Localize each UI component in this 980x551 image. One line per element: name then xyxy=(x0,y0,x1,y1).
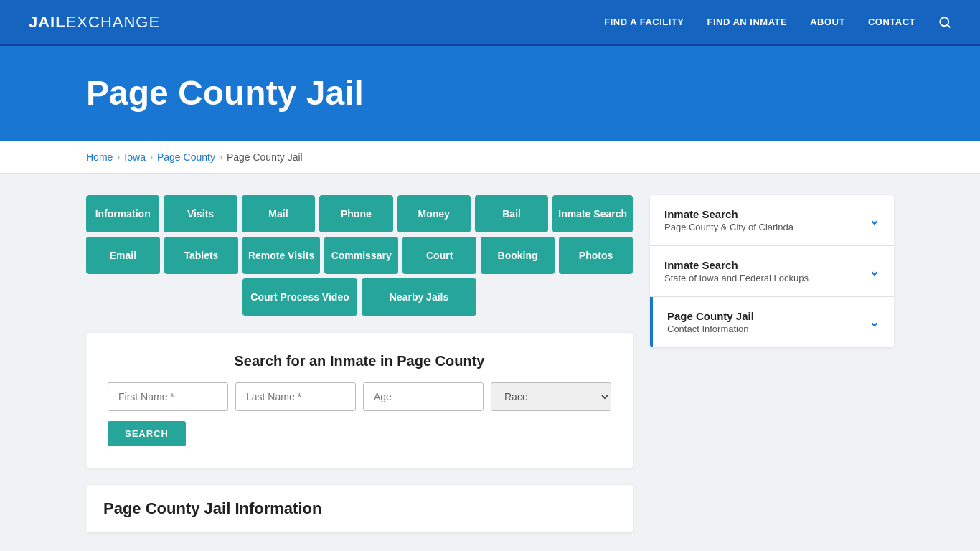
nav-find-facility[interactable]: FIND A FACILITY xyxy=(604,17,684,27)
search-icon-button[interactable] xyxy=(938,16,951,29)
tab-email[interactable]: Email xyxy=(86,237,160,274)
breadcrumb-iowa[interactable]: Iowa xyxy=(124,151,146,163)
sidebar-item-subtitle-2: State of Iowa and Federal Lockups xyxy=(664,273,809,283)
search-icon xyxy=(938,16,951,29)
last-name-input[interactable] xyxy=(235,382,356,411)
page-title: Page County Jail xyxy=(86,75,951,113)
site-logo[interactable]: JAIL EXCHANGE xyxy=(29,13,160,32)
sidebar-item-inmate-search-iowa[interactable]: Inmate Search State of Iowa and Federal … xyxy=(650,246,894,297)
nav-find-inmate[interactable]: FIND AN INMATE xyxy=(707,17,787,27)
tab-court-process-video[interactable]: Court Process Video xyxy=(242,278,357,316)
search-button[interactable]: SEARCH xyxy=(108,421,186,446)
tab-booking[interactable]: Booking xyxy=(481,237,555,274)
chevron-down-icon-1: ⌄ xyxy=(869,212,880,228)
breadcrumb-sep-1: › xyxy=(117,152,120,162)
section-info-title: Page County Jail Information xyxy=(86,485,633,532)
search-inputs: Race White Black Hispanic Asian Other xyxy=(108,382,611,411)
tab-commissary[interactable]: Commissary xyxy=(324,237,398,274)
sidebar-item-title-2: Inmate Search xyxy=(664,259,809,271)
breadcrumb-current: Page County Jail xyxy=(227,151,303,163)
breadcrumb-home[interactable]: Home xyxy=(86,151,113,163)
logo-exchange-text: EXCHANGE xyxy=(66,13,160,32)
left-column: Information Visits Mail Phone Money Bail… xyxy=(86,195,633,532)
search-title: Search for an Inmate in Page County xyxy=(108,353,611,369)
sidebar-item-contact-info[interactable]: Page County Jail Contact Information ⌄ xyxy=(650,297,894,347)
nav-contact[interactable]: CONTACT xyxy=(868,17,915,27)
chevron-down-icon-3: ⌄ xyxy=(869,314,880,330)
sidebar-item-inmate-search-page-county[interactable]: Inmate Search Page County & City of Clar… xyxy=(650,195,894,246)
tab-photos[interactable]: Photos xyxy=(559,237,633,274)
age-input[interactable] xyxy=(363,382,484,411)
sidebar-item-title-3: Page County Jail xyxy=(667,310,754,322)
tabs-row-1: Information Visits Mail Phone Money Bail… xyxy=(86,195,633,232)
sidebar-item-title-1: Inmate Search xyxy=(664,208,793,220)
tab-tablets[interactable]: Tablets xyxy=(164,237,238,274)
tabs-row-2: Email Tablets Remote Visits Commissary C… xyxy=(86,237,633,274)
navbar-nav: FIND A FACILITY FIND AN INMATE ABOUT CON… xyxy=(604,16,951,29)
inmate-search-section: Search for an Inmate in Page County Race… xyxy=(86,333,633,468)
tab-mail[interactable]: Mail xyxy=(242,195,315,232)
race-select[interactable]: Race White Black Hispanic Asian Other xyxy=(491,382,611,411)
tab-phone[interactable]: Phone xyxy=(319,195,392,232)
tab-visits[interactable]: Visits xyxy=(164,195,237,232)
breadcrumb: Home › Iowa › Page County › Page County … xyxy=(0,141,980,174)
right-sidebar: Inmate Search Page County & City of Clar… xyxy=(650,195,894,532)
section-info-heading: Page County Jail Information xyxy=(103,499,616,518)
chevron-down-icon-2: ⌄ xyxy=(869,263,880,279)
navbar: JAIL EXCHANGE FIND A FACILITY FIND AN IN… xyxy=(0,0,980,46)
breadcrumb-sep-3: › xyxy=(220,152,222,162)
svg-line-1 xyxy=(947,24,949,27)
tab-information[interactable]: Information xyxy=(86,195,159,232)
sidebar-item-subtitle-1: Page County & City of Clarinda xyxy=(664,222,793,232)
nav-about[interactable]: ABOUT xyxy=(810,17,845,27)
tabs-row-3: Court Process Video Nearby Jails xyxy=(86,278,633,316)
tab-money[interactable]: Money xyxy=(397,195,471,232)
tab-court[interactable]: Court xyxy=(402,237,476,274)
sidebar-item-text-1: Inmate Search Page County & City of Clar… xyxy=(664,208,793,232)
main-area: Information Visits Mail Phone Money Bail… xyxy=(0,174,980,551)
sidebar-item-subtitle-3: Contact Information xyxy=(667,324,754,334)
logo-jail-text: JAIL xyxy=(29,13,66,32)
breadcrumb-page-county[interactable]: Page County xyxy=(157,151,215,163)
sidebar-item-text-2: Inmate Search State of Iowa and Federal … xyxy=(664,259,809,283)
tab-nearby-jails[interactable]: Nearby Jails xyxy=(362,278,476,316)
hero-section: Page County Jail xyxy=(0,46,980,141)
sidebar-item-text-3: Page County Jail Contact Information xyxy=(667,310,754,334)
tab-inmate-search[interactable]: Inmate Search xyxy=(552,195,633,232)
sidebar-card: Inmate Search Page County & City of Clar… xyxy=(650,195,894,347)
first-name-input[interactable] xyxy=(108,382,228,411)
tab-bail[interactable]: Bail xyxy=(475,195,548,232)
tab-remote-visits[interactable]: Remote Visits xyxy=(242,237,320,274)
breadcrumb-sep-2: › xyxy=(150,152,153,162)
